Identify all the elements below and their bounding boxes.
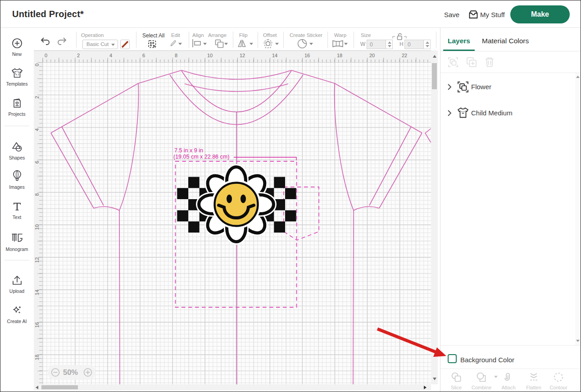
svg-text:(19.05 cm x 22.86 cm): (19.05 cm x 22.86 cm) [173,154,229,160]
svg-text:7.5 in x 9 in: 7.5 in x 9 in [174,147,203,154]
